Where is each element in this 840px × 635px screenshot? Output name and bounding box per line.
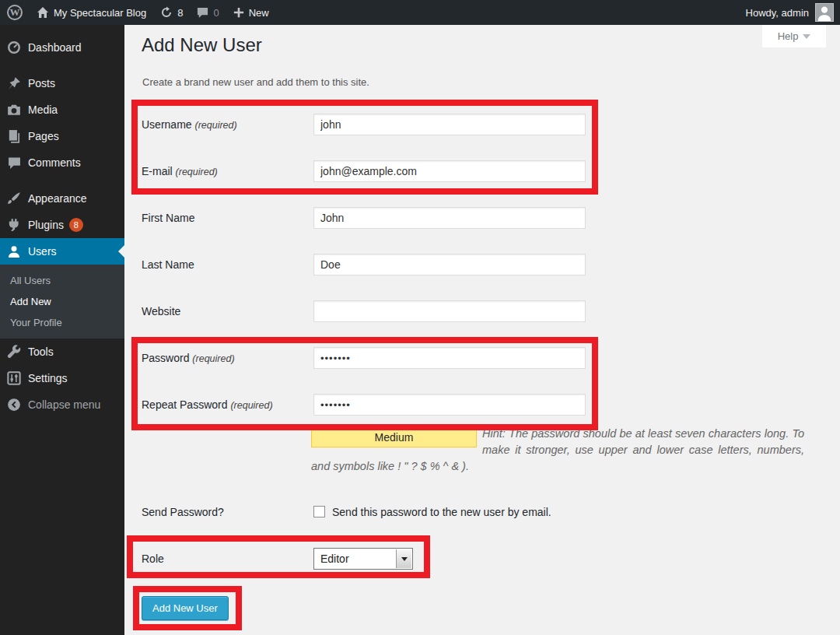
active-item-arrow (118, 245, 124, 258)
sidebar-item-label: Plugins (28, 219, 64, 231)
wrench-icon (6, 344, 22, 360)
brush-icon (6, 191, 22, 206)
settings-icon (6, 370, 22, 386)
password-input[interactable] (313, 347, 586, 369)
send-password-row: Send Password? Send this password to the… (142, 490, 810, 534)
sidebar-item-label: Users (28, 245, 57, 258)
pushpin-icon (6, 75, 22, 91)
admin-bar: W My Spectacular Blog 8 0 New Howdy, adm… (0, 0, 840, 25)
plus-icon (233, 7, 244, 18)
howdy-text[interactable]: Howdy, admin (746, 7, 809, 19)
username-input[interactable] (313, 114, 586, 135)
sidebar-item-label: Dashboard (28, 41, 82, 54)
user-icon (6, 244, 22, 259)
update-count: 8 (177, 7, 183, 19)
sidebar-item-posts[interactable]: Posts (0, 70, 124, 96)
role-select[interactable]: Editor (313, 548, 413, 570)
plugins-update-badge: 8 (69, 218, 83, 232)
dropdown-arrow-icon (396, 549, 411, 568)
help-label: Help (778, 30, 799, 42)
plug-icon (6, 217, 22, 233)
dashboard-icon (6, 40, 22, 55)
help-button[interactable]: Help (762, 25, 826, 47)
sidebar-item-pages[interactable]: Pages (0, 123, 124, 149)
username-label: Username (required) (142, 118, 313, 131)
sidebar-item-plugins[interactable]: Plugins 8 (0, 212, 124, 238)
sidebar-item-label: Posts (28, 77, 55, 89)
sidebar-item-media[interactable]: Media (0, 96, 124, 123)
sidebar-item-users[interactable]: Users (0, 238, 124, 265)
send-password-checkbox-label: Send this password to the new user by em… (332, 506, 551, 518)
email-row: E-mail (required) (142, 148, 810, 195)
page-title: Add New User (142, 34, 262, 56)
sidebar-item-label: Comments (28, 156, 81, 169)
pages-icon (6, 128, 22, 144)
updates-icon (160, 6, 173, 19)
password-strength-area: Medium Hint: The password should be at l… (311, 426, 804, 475)
users-submenu: All Users Add New Your Profile (0, 265, 124, 339)
sidebar-item-label: Pages (28, 130, 59, 142)
role-selected-value: Editor (320, 553, 349, 565)
sidebar-item-label: Media (28, 103, 58, 116)
last-name-label: Last Name (142, 258, 313, 271)
send-password-label: Send Password? (142, 506, 313, 518)
first-name-label: First Name (142, 212, 313, 224)
repeat-password-label: Repeat Password (required) (142, 398, 313, 411)
new-label: New (249, 7, 269, 19)
sidebar-item-comments[interactable]: Comments (0, 149, 124, 176)
password-row: Password (required) (142, 335, 810, 381)
camera-icon (6, 102, 22, 118)
menu-separator (0, 61, 124, 70)
sidebar-item-appearance[interactable]: Appearance (0, 185, 124, 212)
send-password-checkbox[interactable] (313, 506, 325, 517)
website-row: Website (142, 288, 810, 335)
last-name-row: Last Name (142, 241, 810, 288)
updates-link[interactable]: 8 (153, 0, 190, 25)
repeat-password-row: Repeat Password (required) (142, 381, 810, 428)
sidebar-item-your-profile[interactable]: Your Profile (0, 312, 124, 333)
sidebar-item-settings[interactable]: Settings (0, 365, 124, 391)
site-name-link[interactable]: My Spectacular Blog (30, 0, 153, 25)
comment-count: 0 (213, 7, 219, 19)
website-input[interactable] (313, 300, 586, 322)
menu-separator (0, 176, 124, 185)
username-row: Username (required) (142, 101, 810, 148)
sidebar-item-all-users[interactable]: All Users (0, 270, 124, 291)
website-label: Website (142, 305, 313, 318)
home-icon (37, 6, 49, 19)
wordpress-logo-icon: W (7, 5, 23, 20)
add-new-user-button[interactable]: Add New User (142, 596, 229, 620)
wordpress-menu[interactable]: W (0, 0, 30, 25)
first-name-input[interactable] (313, 207, 586, 229)
chevron-down-icon (803, 34, 810, 39)
first-name-row: First Name (142, 195, 810, 241)
email-input[interactable] (313, 160, 586, 182)
sidebar-menu: Dashboard Posts Media Pages Comments App… (0, 25, 124, 635)
role-label: Role (142, 553, 313, 565)
repeat-password-input[interactable] (313, 394, 586, 416)
sidebar-item-add-new[interactable]: Add New (0, 291, 124, 312)
sidebar-item-label: Tools (28, 346, 54, 358)
email-label: E-mail (required) (142, 165, 313, 177)
sidebar-item-tools[interactable]: Tools (0, 339, 124, 365)
comment-bubble-icon (197, 7, 208, 19)
new-content-menu[interactable]: New (226, 0, 276, 25)
site-name-label: My Spectacular Blog (54, 7, 146, 19)
collapse-menu-label: Collapse menu (28, 398, 100, 411)
sidebar-item-label: Settings (28, 372, 68, 384)
avatar[interactable] (815, 3, 834, 22)
last-name-input[interactable] (313, 254, 586, 275)
comments-link[interactable]: 0 (190, 0, 226, 25)
sidebar-item-label: Appearance (28, 192, 87, 205)
password-label: Password (required) (142, 352, 313, 364)
page-description: Create a brand new user and add them to … (142, 76, 369, 88)
sidebar-item-dashboard[interactable]: Dashboard (0, 34, 124, 61)
collapse-arrow-icon (6, 397, 22, 412)
collapse-menu-button[interactable]: Collapse menu (0, 391, 124, 418)
password-strength-meter: Medium (311, 427, 477, 447)
role-row: Role Editor (142, 537, 810, 581)
comment-icon (6, 155, 22, 170)
